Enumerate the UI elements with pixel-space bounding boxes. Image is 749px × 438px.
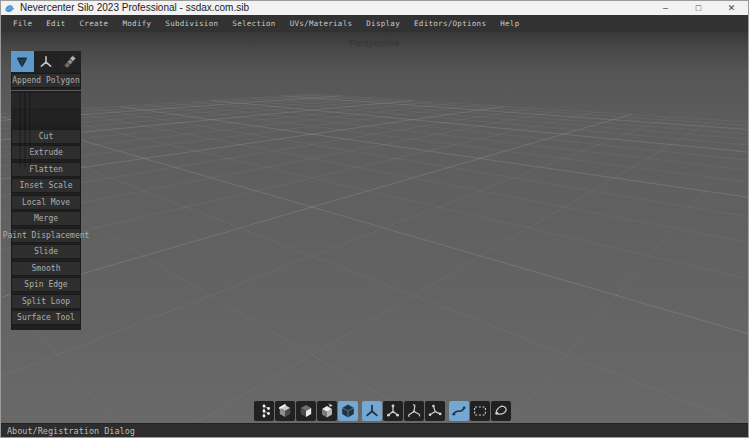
tool-button-cut[interactable]: Cut	[11, 129, 81, 144]
menu-subdivision[interactable]: Subdivision	[158, 15, 225, 32]
face-mode-icon	[298, 403, 314, 419]
silo-bird-icon	[4, 3, 16, 14]
menu-modify[interactable]: Modify	[115, 15, 158, 32]
vertex-mode-icon	[256, 403, 272, 419]
menu-help[interactable]: Help	[493, 15, 526, 32]
marquee-select-icon	[472, 403, 488, 419]
toolbar-group	[254, 401, 358, 421]
app-window: Nevercenter Silo 2023 Professional - ssd…	[0, 0, 749, 438]
tool-button-split-loop[interactable]: Split Loop	[11, 294, 81, 309]
tab-tripod[interactable]	[35, 51, 58, 72]
move-tool-icon	[385, 403, 401, 419]
menu-selection[interactable]: Selection	[225, 15, 282, 32]
tool-button-flatten[interactable]: Flatten	[11, 162, 81, 177]
window-title: Nevercenter Silo 2023 Professional - ssd…	[20, 1, 649, 15]
diamonds-icon	[62, 54, 78, 70]
tool-button-spin-edge[interactable]: Spin Edge	[11, 277, 81, 292]
minimize-button[interactable]: –	[649, 1, 682, 15]
viewport-label: Perspective	[1, 38, 748, 48]
rotate-tool-button[interactable]	[404, 401, 424, 421]
scale-tool-button[interactable]	[425, 401, 445, 421]
tool-button-extrude[interactable]: Extrude	[11, 145, 81, 160]
tool-panel-tabs	[11, 51, 81, 72]
panel-divider	[11, 90, 81, 91]
edge-mode-icon	[277, 403, 293, 419]
scale-tool-icon	[427, 403, 443, 419]
viewport-3d[interactable]: Perspective	[1, 32, 748, 425]
tool-button-append-polygon[interactable]: Append Polygon	[11, 73, 81, 88]
object-mode-icon	[340, 403, 356, 419]
status-bar: About/Registration Dialog	[1, 423, 748, 437]
tab-diamonds[interactable]	[58, 51, 81, 72]
toolbar-group	[449, 401, 511, 421]
multi-mode-icon	[319, 403, 335, 419]
menu-create[interactable]: Create	[73, 15, 116, 32]
status-text: About/Registration Dialog	[7, 426, 135, 436]
menu-bar: FileEditCreateModifySubdivisionSelection…	[1, 15, 748, 32]
soft-selection-icon	[451, 403, 467, 419]
lasso-select-icon	[493, 403, 509, 419]
lasso-select-button[interactable]	[491, 401, 511, 421]
edge-mode-button[interactable]	[275, 401, 295, 421]
tool-button-list: CutExtrudeFlattenInset ScaleLocal MoveMe…	[11, 129, 81, 326]
tripod-icon	[38, 54, 54, 70]
tool-button-paint-displacement[interactable]: Paint Displacement	[11, 228, 81, 243]
universal-manipulator-icon	[364, 403, 380, 419]
faded-tool-slot	[11, 109, 81, 124]
tool-button-inset-scale[interactable]: Inset Scale	[11, 178, 81, 193]
rotate-tool-icon	[406, 403, 422, 419]
soft-selection-button[interactable]	[449, 401, 469, 421]
toolbar-group	[362, 401, 445, 421]
menu-uvs-materials[interactable]: UVs/Materials	[283, 15, 360, 32]
title-bar: Nevercenter Silo 2023 Professional - ssd…	[1, 1, 748, 15]
object-mode-button[interactable]	[338, 401, 358, 421]
faded-tool-slot	[11, 93, 81, 108]
tool-button-local-move[interactable]: Local Move	[11, 195, 81, 210]
menu-display[interactable]: Display	[359, 15, 407, 32]
bottom-toolbar	[254, 401, 511, 421]
tool-button-smooth[interactable]: Smooth	[11, 261, 81, 276]
tool-button-merge[interactable]: Merge	[11, 211, 81, 226]
gem-icon	[14, 54, 30, 70]
multi-mode-button[interactable]	[317, 401, 337, 421]
marquee-select-button[interactable]	[470, 401, 490, 421]
face-mode-button[interactable]	[296, 401, 316, 421]
close-button[interactable]: ✕	[715, 1, 748, 15]
tool-button-slide[interactable]: Slide	[11, 244, 81, 259]
window-controls: – □ ✕	[649, 1, 748, 15]
vertex-mode-button[interactable]	[254, 401, 274, 421]
menu-file[interactable]: File	[6, 15, 39, 32]
menu-edit[interactable]: Edit	[39, 15, 72, 32]
universal-manipulator-button[interactable]	[362, 401, 382, 421]
move-tool-button[interactable]	[383, 401, 403, 421]
maximize-button[interactable]: □	[682, 1, 715, 15]
tool-panel: Append Polygon CutExtrudeFlattenInset Sc…	[11, 51, 81, 330]
menu-editors-options[interactable]: Editors/Options	[407, 15, 493, 32]
tab-gem[interactable]	[11, 51, 34, 72]
perspective-grid	[1, 32, 748, 425]
tool-button-surface-tool[interactable]: Surface Tool	[11, 310, 81, 325]
